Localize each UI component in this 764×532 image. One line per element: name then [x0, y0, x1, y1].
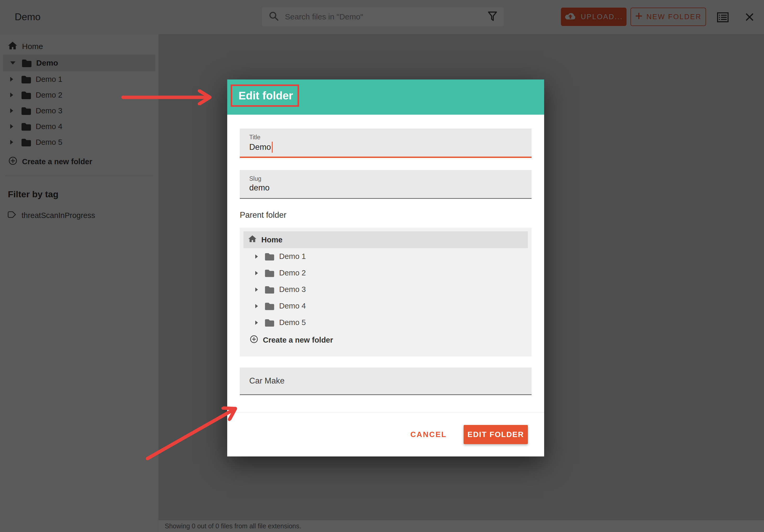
edit-folder-submit-button[interactable]: EDIT FOLDER — [464, 425, 528, 444]
caret-right-icon[interactable] — [255, 271, 265, 275]
dialog-title: Edit folder — [239, 89, 293, 102]
tree-item-demo-3[interactable]: Demo 3 — [244, 281, 528, 298]
folder-icon — [265, 285, 279, 293]
tree-create-folder[interactable]: Create a new folder — [244, 331, 528, 349]
annotation-highlight-box: Edit folder — [231, 85, 299, 107]
parent-folder-tree: Home Demo 1 Demo 2 Demo 3 Demo 4 — [240, 228, 531, 357]
circle-plus-icon — [250, 335, 258, 345]
car-make-field[interactable]: Car Make — [240, 368, 531, 395]
text-cursor — [272, 142, 273, 153]
dialog-footer: CANCEL EDIT FOLDER — [227, 412, 544, 456]
parent-folder-label: Parent folder — [240, 210, 531, 220]
tree-item-demo-5[interactable]: Demo 5 — [244, 314, 528, 331]
folder-icon — [265, 318, 279, 327]
car-make-label: Car Make — [249, 376, 285, 386]
home-icon — [248, 235, 257, 245]
tree-item-demo-2[interactable]: Demo 2 — [244, 265, 528, 281]
caret-right-icon[interactable] — [255, 254, 265, 259]
cancel-button[interactable]: CANCEL — [409, 430, 448, 439]
caret-right-icon[interactable] — [255, 304, 265, 308]
folder-icon — [265, 269, 279, 277]
title-field-label: Title — [249, 134, 261, 141]
dialog-body: Title Demo Slug demo Parent folder Home … — [227, 128, 544, 395]
edit-folder-dialog: Edit folder Title Demo Slug demo Parent … — [227, 80, 544, 456]
folder-icon — [265, 252, 279, 261]
dialog-header: Edit folder — [227, 80, 544, 115]
tree-item-home-selected[interactable]: Home — [244, 231, 528, 248]
title-field-value: Demo — [249, 142, 271, 152]
slug-field-label: Slug — [249, 175, 261, 182]
slug-field[interactable]: Slug demo — [240, 170, 531, 199]
caret-right-icon[interactable] — [255, 287, 265, 292]
tree-item-demo-1[interactable]: Demo 1 — [244, 248, 528, 265]
caret-right-icon[interactable] — [255, 320, 265, 325]
folder-icon — [265, 302, 279, 310]
title-field[interactable]: Title Demo — [240, 128, 531, 158]
slug-field-value: demo — [249, 183, 270, 193]
tree-item-demo-4[interactable]: Demo 4 — [244, 298, 528, 314]
